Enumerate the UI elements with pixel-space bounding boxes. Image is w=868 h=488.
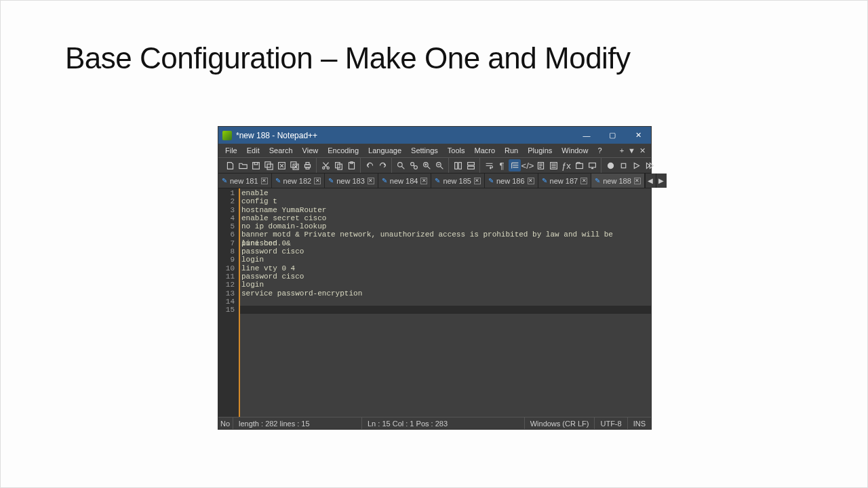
tab-new-182[interactable]: ✎new 182✕ <box>272 174 326 188</box>
find-icon[interactable] <box>395 159 407 171</box>
svg-rect-9 <box>306 167 309 168</box>
tab-close-icon[interactable]: ✕ <box>261 178 268 184</box>
tab-label: new 185 <box>443 177 471 185</box>
record-macro-icon[interactable] <box>604 159 616 171</box>
code-line[interactable]: login <box>240 256 651 264</box>
code-line[interactable]: hostname YumaRouter <box>240 206 651 214</box>
menu-encoding[interactable]: Encoding <box>323 146 363 155</box>
code-line[interactable] <box>240 298 651 306</box>
pencil-icon: ✎ <box>488 177 494 184</box>
tab-new-181[interactable]: ✎new 181✕ <box>218 174 272 188</box>
svg-rect-3 <box>267 164 273 169</box>
copy-icon[interactable] <box>332 159 344 171</box>
svg-rect-27 <box>576 163 583 168</box>
menu-tools[interactable]: Tools <box>443 146 469 155</box>
status-encoding[interactable]: UTF-8 <box>595 418 627 429</box>
tab-close-icon[interactable]: ✕ <box>420 178 427 184</box>
sync-hscroll-icon[interactable] <box>465 159 477 171</box>
tab-close-icon[interactable]: ✕ <box>580 178 587 184</box>
menu-window[interactable]: Window <box>557 146 592 155</box>
code-line[interactable]: line vty 0 4 <box>240 264 651 272</box>
indent-guide-icon[interactable] <box>509 159 521 171</box>
tab-scroll-left-icon[interactable]: ◀ <box>645 174 656 188</box>
sync-vscroll-icon[interactable] <box>452 159 464 171</box>
folder-workspace-icon[interactable] <box>573 159 585 171</box>
tab-new-188[interactable]: ✎new 188✕ <box>591 174 645 188</box>
menu-run[interactable]: Run <box>500 146 522 155</box>
cut-icon[interactable] <box>319 159 332 171</box>
status-length-lines: length : 282 lines : 15 <box>233 418 362 429</box>
close-button[interactable]: ✕ <box>625 127 651 144</box>
zoom-in-icon[interactable] <box>420 159 433 171</box>
slide-title: Base Configuration – Make One and Modify <box>65 41 631 75</box>
code-line[interactable]: password cisco <box>240 247 651 256</box>
code-line[interactable]: login <box>240 281 651 289</box>
tab-close-icon[interactable]: ✕ <box>634 178 641 184</box>
show-all-chars-icon[interactable]: ¶ <box>496 159 508 171</box>
menu-view[interactable]: View <box>298 146 323 155</box>
tab-close-icon[interactable]: ✕ <box>528 178 534 184</box>
close-all-icon[interactable] <box>288 159 300 171</box>
menu-edit[interactable]: Edit <box>243 146 264 155</box>
save-icon[interactable] <box>250 159 262 171</box>
monitor-icon[interactable] <box>586 159 598 171</box>
tab-new-184[interactable]: ✎new 184✕ <box>378 174 432 188</box>
svg-rect-23 <box>467 162 474 165</box>
new-file-icon[interactable] <box>224 159 236 171</box>
close-file-icon[interactable] <box>275 159 288 171</box>
tab-close-icon[interactable]: ✕ <box>474 178 481 184</box>
function-list-icon[interactable]: ƒx <box>560 159 572 171</box>
code-content[interactable]: enableconfig thostname YumaRouterenable … <box>239 188 651 417</box>
code-line[interactable]: no ip domain-lookup <box>240 222 651 230</box>
tab-scroll-right-icon[interactable]: ▶ <box>656 174 667 188</box>
code-line[interactable]: service password-encryption <box>240 289 651 298</box>
minimize-button[interactable]: — <box>574 127 599 144</box>
code-line[interactable]: line con 0 <box>240 239 651 247</box>
tab-new-183[interactable]: ✎new 183✕ <box>325 174 378 188</box>
tab-close-icon[interactable]: ✕ <box>314 178 321 184</box>
undo-icon[interactable] <box>363 159 376 171</box>
tab-close-icon[interactable]: ✕ <box>368 178 374 184</box>
pencil-icon: ✎ <box>222 177 227 184</box>
doc-map-icon[interactable] <box>534 159 547 171</box>
titlebar[interactable]: *new 188 - Notepad++ — ▢ ✕ <box>218 127 651 144</box>
menubar-plus-icon[interactable]: + <box>620 146 624 155</box>
menubar-dropdown-icon[interactable]: ▼ <box>628 146 635 155</box>
code-fold-icon[interactable]: </> <box>521 159 534 171</box>
status-ins-mode[interactable]: INS <box>628 418 651 429</box>
menu-search[interactable]: Search <box>265 146 297 155</box>
stop-macro-icon[interactable] <box>617 159 629 171</box>
paste-icon[interactable] <box>345 159 357 171</box>
tab-new-187[interactable]: ✎new 187✕ <box>538 174 592 188</box>
doc-list-icon[interactable] <box>547 159 559 171</box>
status-eol[interactable]: Windows (CR LF) <box>525 418 595 429</box>
zoom-out-icon[interactable] <box>433 159 446 171</box>
menu-file[interactable]: File <box>221 146 241 155</box>
code-line[interactable]: enable <box>240 189 651 197</box>
svg-rect-30 <box>621 163 626 168</box>
code-line[interactable]: config t <box>240 197 651 205</box>
menu-help[interactable]: ? <box>593 146 606 155</box>
play-multi-icon[interactable] <box>643 159 655 171</box>
code-line[interactable]: banner motd & Private network, unauthori… <box>240 230 651 239</box>
code-line[interactable] <box>240 306 651 314</box>
tab-label: new 186 <box>496 177 525 185</box>
wordwrap-icon[interactable] <box>483 159 495 171</box>
save-all-icon[interactable] <box>262 159 275 171</box>
tab-new-186[interactable]: ✎new 186✕ <box>485 174 538 188</box>
maximize-button[interactable]: ▢ <box>599 127 625 144</box>
menubar-close-icon[interactable]: ✕ <box>639 146 646 155</box>
editor-area[interactable]: 123456789101112131415 enableconfig thost… <box>218 188 651 417</box>
menu-settings[interactable]: Settings <box>407 146 442 155</box>
code-line[interactable]: password cisco <box>240 272 651 281</box>
menu-language[interactable]: Language <box>364 146 406 155</box>
print-icon[interactable] <box>301 159 313 171</box>
redo-icon[interactable] <box>376 159 389 171</box>
code-line[interactable]: enable secret cisco <box>240 214 651 222</box>
replace-icon[interactable] <box>408 159 420 171</box>
play-macro-icon[interactable] <box>630 159 642 171</box>
tab-new-185[interactable]: ✎new 185✕ <box>431 174 485 188</box>
open-folder-icon[interactable] <box>237 159 249 171</box>
menu-plugins[interactable]: Plugins <box>524 146 556 155</box>
menu-macro[interactable]: Macro <box>470 146 499 155</box>
